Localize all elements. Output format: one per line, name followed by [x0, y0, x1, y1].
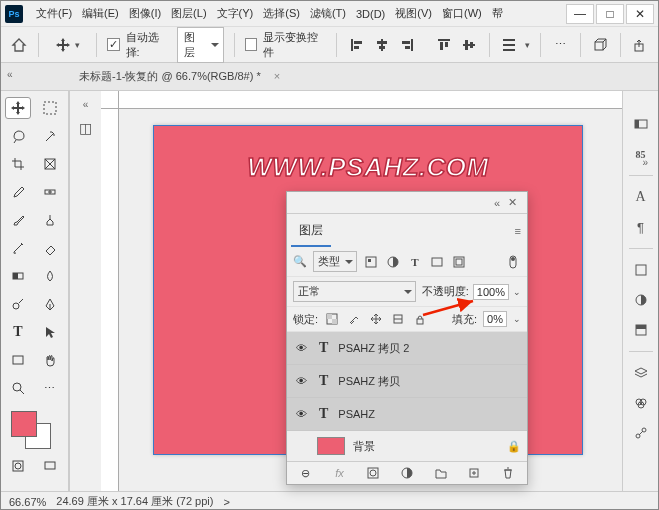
filter-smart-icon[interactable] — [451, 255, 467, 269]
document-dimensions[interactable]: 24.69 厘米 x 17.64 厘米 (72 ppi) — [56, 494, 213, 509]
expand-handle-right[interactable]: » — [642, 157, 648, 168]
dock-color-icon[interactable] — [631, 115, 651, 133]
menu-3d[interactable]: 3D(D) — [351, 8, 390, 20]
eraser-tool[interactable] — [37, 237, 63, 259]
more-options-icon[interactable]: ⋯ — [551, 36, 570, 54]
auto-select-target-dropdown[interactable]: 图层 — [177, 27, 224, 63]
align-right-icon[interactable] — [398, 36, 417, 54]
dock-channels-icon[interactable] — [631, 394, 651, 412]
filter-adjust-icon[interactable] — [385, 255, 401, 269]
menu-layer[interactable]: 图层(L) — [166, 6, 211, 21]
dock-libraries-icon[interactable] — [631, 321, 651, 339]
show-transform-checkbox[interactable] — [245, 38, 258, 51]
pen-tool[interactable] — [37, 293, 63, 315]
layer-name[interactable]: 背景 — [353, 439, 375, 454]
quickmask-tool[interactable] — [5, 455, 31, 477]
layer-name[interactable]: PSAHZ 拷贝 2 — [338, 341, 409, 356]
type-tool[interactable]: T — [5, 321, 31, 343]
align-hcenter-icon[interactable] — [372, 36, 391, 54]
share-icon[interactable] — [631, 36, 650, 54]
menu-window[interactable]: 窗口(W) — [437, 6, 487, 21]
crop-tool[interactable] — [5, 153, 31, 175]
window-maximize[interactable]: □ — [596, 4, 624, 24]
eyedropper-tool[interactable] — [5, 181, 31, 203]
healing-tool[interactable] — [37, 181, 63, 203]
ruler-horizontal[interactable] — [119, 91, 622, 109]
filter-shape-icon[interactable] — [429, 255, 445, 269]
menu-select[interactable]: 选择(S) — [258, 6, 305, 21]
menu-help[interactable]: 帮 — [487, 6, 508, 21]
tab-close-icon[interactable]: × — [274, 70, 280, 82]
clone-stamp-tool[interactable] — [37, 209, 63, 231]
align-vcenter-icon[interactable] — [460, 36, 479, 54]
filter-type-dropdown[interactable]: 类型 — [313, 251, 357, 272]
dock-paths-icon[interactable] — [631, 424, 651, 442]
menu-file[interactable]: 文件(F) — [31, 6, 77, 21]
lock-transparent-icon[interactable] — [324, 312, 340, 326]
visibility-icon[interactable]: 👁 — [293, 375, 309, 387]
menu-view[interactable]: 视图(V) — [390, 6, 437, 21]
ruler-origin[interactable] — [101, 91, 119, 109]
fill-dropdown-icon[interactable]: ⌄ — [513, 314, 521, 324]
panel-collapse-icon[interactable]: « — [490, 195, 504, 211]
new-group-icon[interactable] — [433, 466, 449, 480]
home-icon[interactable] — [9, 35, 28, 55]
layer-item-background[interactable]: 背景 🔒 — [287, 431, 527, 461]
layer-mask-icon[interactable] — [365, 466, 381, 480]
panel-icon[interactable]: ◫ — [79, 120, 92, 136]
expand-handle[interactable]: « — [83, 99, 89, 110]
frame-tool[interactable] — [37, 153, 63, 175]
blend-mode-dropdown[interactable]: 正常 — [293, 281, 416, 302]
zoom-tool[interactable] — [5, 377, 31, 399]
path-select-tool[interactable] — [37, 321, 63, 343]
3d-mode-icon[interactable] — [591, 36, 610, 54]
magic-wand-tool[interactable] — [37, 125, 63, 147]
edit-toolbar[interactable]: ⋯ — [37, 377, 63, 399]
menu-image[interactable]: 图像(I) — [124, 6, 166, 21]
window-minimize[interactable]: — — [566, 4, 594, 24]
blur-tool[interactable] — [37, 265, 63, 287]
window-close[interactable]: ✕ — [626, 4, 654, 24]
lock-image-icon[interactable] — [346, 312, 362, 326]
new-layer-icon[interactable] — [466, 466, 482, 480]
filter-pixel-icon[interactable] — [363, 255, 379, 269]
visibility-icon[interactable]: 👁 — [293, 342, 309, 354]
dock-adjustments-icon[interactable] — [631, 291, 651, 309]
statusbar-more-icon[interactable]: > — [223, 496, 229, 508]
layer-item[interactable]: 👁 T PSAHZ 拷贝 2 — [287, 332, 527, 365]
layer-fx-icon[interactable]: fx — [332, 466, 348, 480]
fill-value[interactable]: 0% — [483, 311, 507, 327]
foreground-color[interactable] — [11, 411, 37, 437]
layer-name[interactable]: PSAHZ 拷贝 — [338, 374, 400, 389]
lock-nested-icon[interactable] — [390, 312, 406, 326]
document-tab[interactable]: 未标题-1-恢复的 @ 66.7%(RGB/8#) * × — [71, 69, 288, 84]
hand-tool[interactable] — [37, 349, 63, 371]
panel-title[interactable]: 图层 — [291, 216, 331, 247]
gradient-tool[interactable] — [5, 265, 31, 287]
lasso-tool[interactable] — [5, 125, 31, 147]
layer-item[interactable]: 👁 T PSAHZ 拷贝 — [287, 365, 527, 398]
move-tool[interactable] — [5, 97, 31, 119]
dock-paragraph-icon[interactable]: ¶ — [631, 218, 651, 236]
link-layers-icon[interactable]: ⊖ — [298, 466, 314, 480]
menu-type[interactable]: 文字(Y) — [212, 6, 259, 21]
dock-character-icon[interactable]: A — [631, 188, 651, 206]
dodge-tool[interactable] — [5, 293, 31, 315]
color-swatches[interactable] — [5, 409, 64, 449]
panel-menu-icon[interactable]: ≡ — [515, 225, 521, 237]
screenmode-tool[interactable] — [37, 455, 63, 477]
new-adjustment-icon[interactable] — [399, 466, 415, 480]
dock-layers-icon[interactable] — [631, 364, 651, 382]
panel-close-icon[interactable]: ✕ — [504, 194, 521, 211]
layer-name[interactable]: PSAHZ — [338, 408, 375, 420]
expand-handle-left[interactable]: « — [7, 69, 13, 80]
auto-select-checkbox[interactable] — [107, 38, 120, 51]
filter-toggle[interactable] — [505, 255, 521, 269]
shape-tool[interactable] — [5, 349, 31, 371]
brush-tool[interactable] — [5, 209, 31, 231]
menu-filter[interactable]: 滤镜(T) — [305, 6, 351, 21]
distribute-icon[interactable] — [500, 36, 519, 54]
menu-edit[interactable]: 编辑(E) — [77, 6, 124, 21]
ruler-vertical[interactable] — [101, 109, 119, 491]
search-icon[interactable]: 🔍 — [293, 255, 307, 268]
